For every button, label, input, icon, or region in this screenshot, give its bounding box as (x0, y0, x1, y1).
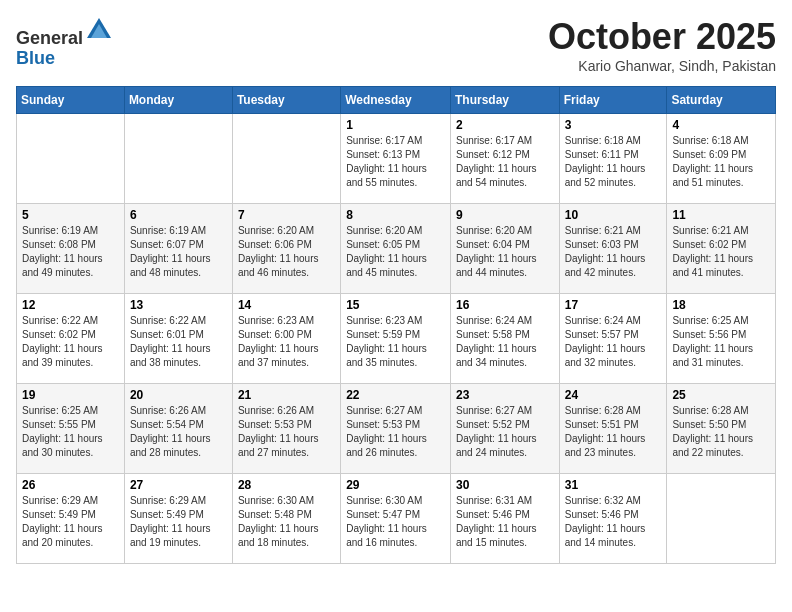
day-number: 14 (238, 298, 335, 312)
day-info: Sunrise: 6:20 AM Sunset: 6:06 PM Dayligh… (238, 224, 335, 280)
day-info: Sunrise: 6:23 AM Sunset: 6:00 PM Dayligh… (238, 314, 335, 370)
day-info: Sunrise: 6:28 AM Sunset: 5:50 PM Dayligh… (672, 404, 770, 460)
calendar-cell: 17Sunrise: 6:24 AM Sunset: 5:57 PM Dayli… (559, 294, 667, 384)
logo: General Blue (16, 16, 113, 69)
day-number: 23 (456, 388, 554, 402)
day-info: Sunrise: 6:30 AM Sunset: 5:48 PM Dayligh… (238, 494, 335, 550)
calendar-header-thursday: Thursday (450, 87, 559, 114)
calendar-cell (124, 114, 232, 204)
calendar-table: SundayMondayTuesdayWednesdayThursdayFrid… (16, 86, 776, 564)
logo-general: General (16, 28, 83, 48)
calendar-header-friday: Friday (559, 87, 667, 114)
calendar-cell (667, 474, 776, 564)
calendar-cell: 21Sunrise: 6:26 AM Sunset: 5:53 PM Dayli… (232, 384, 340, 474)
day-number: 16 (456, 298, 554, 312)
day-info: Sunrise: 6:23 AM Sunset: 5:59 PM Dayligh… (346, 314, 445, 370)
day-info: Sunrise: 6:26 AM Sunset: 5:53 PM Dayligh… (238, 404, 335, 460)
calendar-week-row: 1Sunrise: 6:17 AM Sunset: 6:13 PM Daylig… (17, 114, 776, 204)
calendar-week-row: 26Sunrise: 6:29 AM Sunset: 5:49 PM Dayli… (17, 474, 776, 564)
logo-blue: Blue (16, 48, 55, 68)
day-number: 2 (456, 118, 554, 132)
calendar-header-tuesday: Tuesday (232, 87, 340, 114)
day-info: Sunrise: 6:30 AM Sunset: 5:47 PM Dayligh… (346, 494, 445, 550)
day-number: 25 (672, 388, 770, 402)
logo-icon (85, 16, 113, 44)
day-number: 17 (565, 298, 662, 312)
calendar-cell: 1Sunrise: 6:17 AM Sunset: 6:13 PM Daylig… (341, 114, 451, 204)
calendar-cell: 12Sunrise: 6:22 AM Sunset: 6:02 PM Dayli… (17, 294, 125, 384)
day-number: 7 (238, 208, 335, 222)
day-number: 9 (456, 208, 554, 222)
day-number: 18 (672, 298, 770, 312)
calendar-cell: 28Sunrise: 6:30 AM Sunset: 5:48 PM Dayli… (232, 474, 340, 564)
calendar-header-wednesday: Wednesday (341, 87, 451, 114)
day-info: Sunrise: 6:24 AM Sunset: 5:57 PM Dayligh… (565, 314, 662, 370)
calendar-header-row: SundayMondayTuesdayWednesdayThursdayFrid… (17, 87, 776, 114)
day-number: 4 (672, 118, 770, 132)
calendar-cell: 19Sunrise: 6:25 AM Sunset: 5:55 PM Dayli… (17, 384, 125, 474)
calendar-cell: 2Sunrise: 6:17 AM Sunset: 6:12 PM Daylig… (450, 114, 559, 204)
day-info: Sunrise: 6:28 AM Sunset: 5:51 PM Dayligh… (565, 404, 662, 460)
day-number: 20 (130, 388, 227, 402)
calendar-cell: 5Sunrise: 6:19 AM Sunset: 6:08 PM Daylig… (17, 204, 125, 294)
calendar-cell: 16Sunrise: 6:24 AM Sunset: 5:58 PM Dayli… (450, 294, 559, 384)
day-number: 27 (130, 478, 227, 492)
calendar-cell (17, 114, 125, 204)
day-number: 19 (22, 388, 119, 402)
calendar-header-saturday: Saturday (667, 87, 776, 114)
day-info: Sunrise: 6:19 AM Sunset: 6:08 PM Dayligh… (22, 224, 119, 280)
calendar-cell: 6Sunrise: 6:19 AM Sunset: 6:07 PM Daylig… (124, 204, 232, 294)
calendar-header-monday: Monday (124, 87, 232, 114)
calendar-cell: 29Sunrise: 6:30 AM Sunset: 5:47 PM Dayli… (341, 474, 451, 564)
day-number: 1 (346, 118, 445, 132)
title-section: October 2025 Kario Ghanwar, Sindh, Pakis… (548, 16, 776, 74)
calendar-cell: 15Sunrise: 6:23 AM Sunset: 5:59 PM Dayli… (341, 294, 451, 384)
calendar-cell: 10Sunrise: 6:21 AM Sunset: 6:03 PM Dayli… (559, 204, 667, 294)
day-number: 12 (22, 298, 119, 312)
calendar-cell: 27Sunrise: 6:29 AM Sunset: 5:49 PM Dayli… (124, 474, 232, 564)
day-info: Sunrise: 6:32 AM Sunset: 5:46 PM Dayligh… (565, 494, 662, 550)
day-number: 24 (565, 388, 662, 402)
calendar-cell: 4Sunrise: 6:18 AM Sunset: 6:09 PM Daylig… (667, 114, 776, 204)
day-number: 8 (346, 208, 445, 222)
calendar-cell: 14Sunrise: 6:23 AM Sunset: 6:00 PM Dayli… (232, 294, 340, 384)
day-info: Sunrise: 6:20 AM Sunset: 6:04 PM Dayligh… (456, 224, 554, 280)
day-info: Sunrise: 6:20 AM Sunset: 6:05 PM Dayligh… (346, 224, 445, 280)
calendar-cell: 11Sunrise: 6:21 AM Sunset: 6:02 PM Dayli… (667, 204, 776, 294)
day-number: 15 (346, 298, 445, 312)
calendar-cell: 13Sunrise: 6:22 AM Sunset: 6:01 PM Dayli… (124, 294, 232, 384)
page-header: General Blue October 2025 Kario Ghanwar,… (16, 16, 776, 74)
day-info: Sunrise: 6:17 AM Sunset: 6:13 PM Dayligh… (346, 134, 445, 190)
month-title: October 2025 (548, 16, 776, 58)
calendar-header-sunday: Sunday (17, 87, 125, 114)
calendar-cell: 8Sunrise: 6:20 AM Sunset: 6:05 PM Daylig… (341, 204, 451, 294)
calendar-cell: 18Sunrise: 6:25 AM Sunset: 5:56 PM Dayli… (667, 294, 776, 384)
calendar-cell: 23Sunrise: 6:27 AM Sunset: 5:52 PM Dayli… (450, 384, 559, 474)
day-info: Sunrise: 6:21 AM Sunset: 6:02 PM Dayligh… (672, 224, 770, 280)
calendar-week-row: 5Sunrise: 6:19 AM Sunset: 6:08 PM Daylig… (17, 204, 776, 294)
day-number: 6 (130, 208, 227, 222)
day-info: Sunrise: 6:17 AM Sunset: 6:12 PM Dayligh… (456, 134, 554, 190)
calendar-cell: 31Sunrise: 6:32 AM Sunset: 5:46 PM Dayli… (559, 474, 667, 564)
day-info: Sunrise: 6:27 AM Sunset: 5:53 PM Dayligh… (346, 404, 445, 460)
day-info: Sunrise: 6:21 AM Sunset: 6:03 PM Dayligh… (565, 224, 662, 280)
calendar-week-row: 12Sunrise: 6:22 AM Sunset: 6:02 PM Dayli… (17, 294, 776, 384)
day-number: 11 (672, 208, 770, 222)
day-number: 29 (346, 478, 445, 492)
day-info: Sunrise: 6:22 AM Sunset: 6:01 PM Dayligh… (130, 314, 227, 370)
day-info: Sunrise: 6:18 AM Sunset: 6:09 PM Dayligh… (672, 134, 770, 190)
calendar-cell: 9Sunrise: 6:20 AM Sunset: 6:04 PM Daylig… (450, 204, 559, 294)
calendar-cell: 30Sunrise: 6:31 AM Sunset: 5:46 PM Dayli… (450, 474, 559, 564)
day-info: Sunrise: 6:26 AM Sunset: 5:54 PM Dayligh… (130, 404, 227, 460)
day-info: Sunrise: 6:19 AM Sunset: 6:07 PM Dayligh… (130, 224, 227, 280)
day-number: 30 (456, 478, 554, 492)
day-number: 31 (565, 478, 662, 492)
calendar-cell: 25Sunrise: 6:28 AM Sunset: 5:50 PM Dayli… (667, 384, 776, 474)
calendar-cell: 24Sunrise: 6:28 AM Sunset: 5:51 PM Dayli… (559, 384, 667, 474)
day-info: Sunrise: 6:18 AM Sunset: 6:11 PM Dayligh… (565, 134, 662, 190)
day-number: 21 (238, 388, 335, 402)
day-info: Sunrise: 6:29 AM Sunset: 5:49 PM Dayligh… (130, 494, 227, 550)
day-info: Sunrise: 6:25 AM Sunset: 5:56 PM Dayligh… (672, 314, 770, 370)
day-number: 22 (346, 388, 445, 402)
day-number: 13 (130, 298, 227, 312)
